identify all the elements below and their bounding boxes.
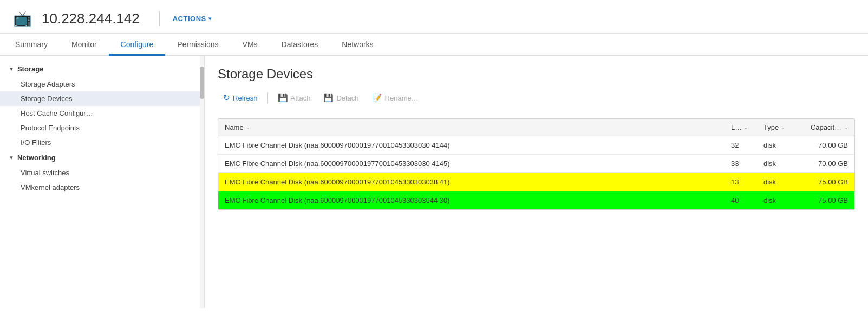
header-divider <box>159 11 160 26</box>
sidebar-scrollbar[interactable] <box>200 56 204 308</box>
attach-label: Attach <box>291 94 311 102</box>
sidebar-item-virtual-switches[interactable]: Virtual switches <box>0 165 204 180</box>
tab-summary[interactable]: Summary <box>13 34 60 56</box>
content-panel: Storage Devices ↻ Refresh 💾 Attach 💾 Det… <box>205 56 868 308</box>
networking-section-label: Networking <box>17 154 56 162</box>
cell-name: EMC Fibre Channel Disk (naa.600009700001… <box>218 136 725 155</box>
attach-button[interactable]: 💾 Attach <box>272 90 316 105</box>
sidebar-item-host-cache[interactable]: Host Cache Configur… <box>0 106 204 121</box>
rename-icon: 📝 <box>372 93 382 103</box>
page-title: Storage Devices <box>218 67 855 82</box>
storage-devices-table: Name ⌄ L… ⌄ Type <box>218 118 855 210</box>
sidebar-scrollbar-thumb <box>200 67 204 99</box>
lun-sort-icon: ⌄ <box>744 125 748 130</box>
tab-datastores[interactable]: Datastores <box>270 34 330 56</box>
attach-icon: 💾 <box>278 93 288 103</box>
sidebar-item-io-filters[interactable]: I/O Filters <box>0 135 204 150</box>
col-header-type[interactable]: Type ⌄ <box>757 119 800 136</box>
main-content: ▼ Storage Storage Adapters Storage Devic… <box>0 56 868 308</box>
cell-lun: 32 <box>725 136 757 155</box>
cell-type: disk <box>757 191 800 210</box>
actions-button[interactable]: ACTIONS ▾ <box>173 15 212 23</box>
detach-label: Detach <box>336 94 358 102</box>
cell-name: EMC Fibre Channel Disk (naa.600009700001… <box>218 173 725 191</box>
col-header-lun[interactable]: L… ⌄ <box>725 119 757 136</box>
name-sort-icon: ⌄ <box>246 125 250 130</box>
actions-label: ACTIONS <box>173 15 206 23</box>
refresh-label: Refresh <box>233 94 258 102</box>
table-row[interactable]: EMC Fibre Channel Disk (naa.600009700001… <box>218 136 854 155</box>
table-row[interactable]: EMC Fibre Channel Disk (naa.600009700001… <box>218 173 854 191</box>
tab-permissions[interactable]: Permissions <box>165 34 230 56</box>
sidebar-item-protocol-endpoints[interactable]: Protocol Endpoints <box>0 121 204 135</box>
rename-button[interactable]: 📝 Rename… <box>367 90 424 105</box>
toolbar-sep-1 <box>267 92 268 103</box>
refresh-icon: ↻ <box>223 93 230 103</box>
capacity-sort: Capacit… ⌄ <box>811 123 848 131</box>
networking-expand-icon: ▼ <box>9 155 14 161</box>
header: 📺 10.228.244.142 ACTIONS ▾ <box>0 0 868 34</box>
tab-vms[interactable]: VMs <box>231 34 270 56</box>
sidebar-item-storage-adapters[interactable]: Storage Adapters <box>0 77 204 91</box>
rename-label: Rename… <box>385 94 419 102</box>
cell-name: EMC Fibre Channel Disk (naa.600009700001… <box>218 155 725 173</box>
tab-configure[interactable]: Configure <box>109 34 166 56</box>
type-sort-icon: ⌄ <box>781 125 785 130</box>
host-icon: 📺 <box>13 10 32 28</box>
type-sort: Type ⌄ <box>763 123 785 131</box>
cell-name: EMC Fibre Channel Disk (naa.600009700001… <box>218 191 725 210</box>
table-row[interactable]: EMC Fibre Channel Disk (naa.600009700001… <box>218 191 854 210</box>
toolbar: ↻ Refresh 💾 Attach 💾 Detach 📝 Rename… <box>218 90 855 111</box>
nav-tabs: Summary Monitor Configure Permissions VM… <box>0 34 868 56</box>
sidebar: ▼ Storage Storage Adapters Storage Devic… <box>0 56 205 308</box>
detach-button[interactable]: 💾 Detach <box>318 90 364 105</box>
sidebar-section-networking[interactable]: ▼ Networking <box>0 150 204 165</box>
table-row[interactable]: EMC Fibre Channel Disk (naa.600009700001… <box>218 155 854 173</box>
cell-lun: 40 <box>725 191 757 210</box>
sidebar-item-storage-devices[interactable]: Storage Devices <box>0 91 204 106</box>
sidebar-item-vmkernel-adapters[interactable]: VMkernel adapters <box>0 180 204 195</box>
cell-lun: 33 <box>725 155 757 173</box>
cell-type: disk <box>757 136 800 155</box>
lun-sort: L… ⌄ <box>731 123 748 131</box>
tab-monitor[interactable]: Monitor <box>60 34 109 56</box>
col-header-capacity[interactable]: Capacit… ⌄ <box>800 119 854 136</box>
sidebar-section-storage[interactable]: ▼ Storage <box>0 61 204 77</box>
table-header-row: Name ⌄ L… ⌄ Type <box>218 119 854 136</box>
col-header-name[interactable]: Name ⌄ <box>218 119 725 136</box>
cell-type: disk <box>757 173 800 191</box>
cell-capacity: 70.00 GB <box>800 155 854 173</box>
detach-icon: 💾 <box>323 93 334 103</box>
actions-chevron-icon: ▾ <box>208 16 212 22</box>
cell-capacity: 75.00 GB <box>800 173 854 191</box>
cell-capacity: 70.00 GB <box>800 136 854 155</box>
cell-capacity: 75.00 GB <box>800 191 854 210</box>
host-title: 10.228.244.142 <box>42 10 140 27</box>
refresh-button[interactable]: ↻ Refresh <box>218 90 263 105</box>
cell-lun: 13 <box>725 173 757 191</box>
cell-type: disk <box>757 155 800 173</box>
storage-section-label: Storage <box>17 65 43 73</box>
name-sort: Name ⌄ <box>225 123 250 131</box>
storage-expand-icon: ▼ <box>9 66 14 72</box>
capacity-sort-icon: ⌄ <box>844 125 848 130</box>
tab-networks[interactable]: Networks <box>330 34 385 56</box>
